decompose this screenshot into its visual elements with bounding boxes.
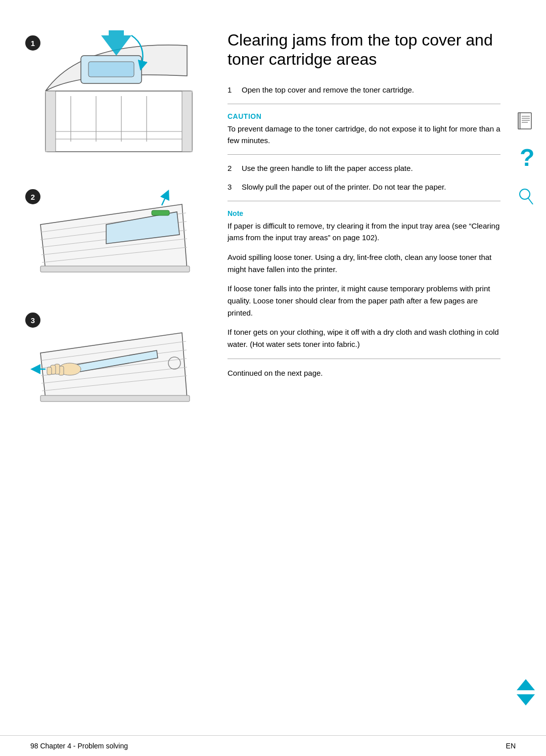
search-icon[interactable] (517, 187, 535, 207)
page: ? 1 (0, 0, 546, 756)
body-para-2: If loose toner falls into the printer, i… (228, 283, 500, 319)
continued-text: Continued on the next page. (228, 367, 500, 379)
illustration-2: 2 (30, 184, 202, 287)
step-badge-2: 2 (25, 189, 40, 204)
note-text: If paper is difficult to remove, try cle… (228, 220, 500, 243)
step-badge-3: 3 (25, 313, 40, 328)
caution-label: CAUTION (228, 112, 500, 120)
arrow-down[interactable] (517, 694, 535, 705)
divider-2 (228, 154, 500, 155)
caution-block: CAUTION To prevent damage to the toner c… (228, 112, 500, 146)
arrow-up[interactable] (517, 679, 535, 690)
step-1-text: Open the top cover and remove the toner … (242, 84, 414, 96)
svg-rect-1 (518, 113, 520, 129)
footer-right: EN (506, 742, 516, 750)
question-icon[interactable]: ? (516, 147, 536, 172)
step-1-num: 1 (228, 84, 237, 96)
footer: 98 Chapter 4 - Problem solving EN (0, 735, 546, 756)
svg-line-8 (528, 198, 533, 204)
left-column: 1 (0, 20, 217, 705)
footer-left: 98 Chapter 4 - Problem solving (30, 742, 128, 750)
divider-1 (228, 104, 500, 104)
step-2-num: 2 (228, 163, 237, 174)
note-label: Note (228, 209, 500, 217)
note-block: Note If paper is difficult to remove, tr… (228, 209, 500, 243)
step-3: 3 Slowly pull the paper out of the print… (228, 182, 500, 193)
divider-4 (228, 359, 500, 359)
svg-point-7 (520, 189, 530, 199)
svg-rect-18 (46, 91, 56, 152)
step-2: 2 Use the green handle to lift the paper… (228, 163, 500, 174)
step-2-text: Use the green handle to lift the paper a… (242, 163, 413, 174)
illustration-3: 3 (30, 307, 202, 416)
svg-rect-38 (40, 395, 190, 402)
svg-rect-9 (46, 91, 192, 152)
book-icon[interactable] (516, 111, 536, 131)
step-3-text: Slowly pull the paper out of the printer… (242, 182, 446, 193)
illustration-1: 1 (30, 30, 202, 164)
svg-rect-36 (47, 367, 52, 375)
svg-rect-25 (152, 210, 169, 215)
divider-3 (228, 201, 500, 201)
svg-rect-26 (40, 266, 190, 272)
caution-text: To prevent damage to the toner cartridge… (228, 123, 500, 146)
main-content: 1 (0, 0, 546, 735)
step-badge-1: 1 (25, 35, 40, 51)
right-column: Clearing jams from the top cover and ton… (217, 20, 546, 705)
side-icons: ? (516, 111, 536, 207)
step-3-num: 3 (228, 182, 237, 193)
nav-arrows (517, 679, 535, 705)
svg-rect-19 (182, 91, 192, 152)
page-title: Clearing jams from the top cover and ton… (228, 30, 500, 69)
svg-text:?: ? (520, 147, 534, 171)
body-para-3: If toner gets on your clothing, wipe it … (228, 326, 500, 350)
body-para-1: Avoid spilling loose toner. Using a dry,… (228, 251, 500, 276)
step-1: 1 Open the top cover and remove the tone… (228, 84, 500, 96)
svg-rect-15 (88, 62, 134, 77)
